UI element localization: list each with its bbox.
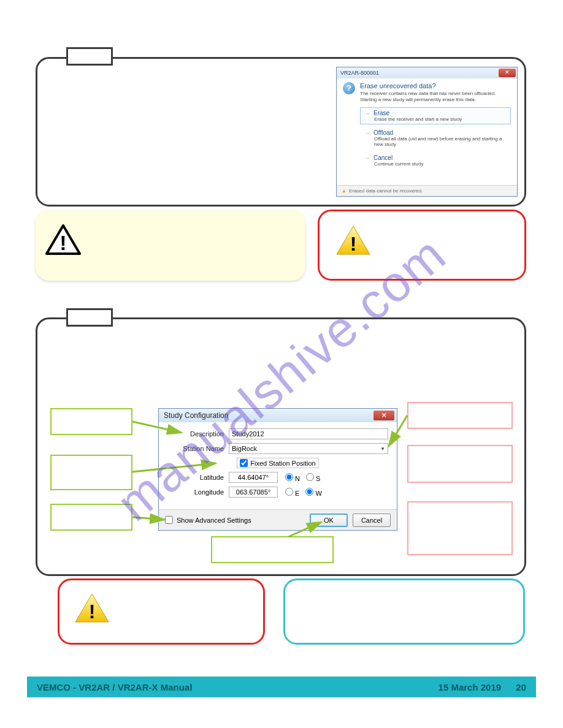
ok-button[interactable]: OK [310, 514, 348, 527]
lat-n-radio[interactable] [285, 473, 293, 481]
callout-pink-1 [407, 402, 513, 429]
arrow-icon: → [364, 110, 370, 116]
erase-question-body: The receiver contains new data that has … [360, 91, 511, 102]
callout-teal-box [283, 578, 525, 645]
warning-triangle-glossy-icon: ! [334, 224, 372, 258]
lon-w-label: W [315, 490, 321, 497]
lat-n-label: N [295, 475, 300, 482]
arrow-icon: → [364, 155, 370, 161]
erase-option-desc: Erase the receiver and start a new study [374, 116, 507, 122]
footer-page-number: 20 [516, 682, 526, 692]
study-config-titlebar: Study Configuration ✕ [159, 409, 397, 422]
callout-pink-2 [407, 445, 513, 483]
footer-title: VEMCO - VR2AR / VR2AR-X Manual [37, 682, 192, 692]
lon-w-radio[interactable] [305, 488, 313, 496]
longitude-input[interactable] [229, 487, 278, 498]
offload-option-title: Offload [373, 129, 393, 136]
close-icon[interactable]: ✕ [373, 411, 394, 420]
erase-option[interactable]: →Erase Erase the receiver and start a ne… [360, 107, 511, 124]
footer-date: 15 March 2019 [439, 682, 502, 692]
cancel-option-desc: Continue current study [374, 161, 507, 167]
latitude-input[interactable] [229, 472, 278, 483]
fixed-position-checkbox[interactable] [240, 459, 248, 467]
study-config-title: Study Configuration [164, 411, 228, 420]
callout-green-3 [50, 504, 132, 531]
erase-dialog-titlebar: VR2AR-800001 ✕ [337, 67, 517, 78]
erase-dialog-title: VR2AR-800001 [340, 70, 379, 76]
svg-text:!: ! [59, 231, 66, 254]
caution-yellow-box: ! [36, 210, 305, 281]
question-icon: ? [343, 82, 355, 94]
description-input[interactable] [229, 428, 388, 439]
callout-green-bottom [211, 536, 334, 563]
cancel-option-title: Cancel [373, 154, 393, 161]
svg-text:!: ! [350, 233, 357, 255]
chevron-down-icon: ▼ [380, 446, 385, 452]
advanced-settings-checkbox[interactable] [165, 516, 173, 524]
fixed-position-label: Fixed Station Position [250, 460, 315, 467]
offload-option-desc: Offload all data (old and new) before er… [374, 136, 507, 147]
offload-option[interactable]: →Offload Offload all data (old and new) … [360, 127, 511, 150]
cancel-option[interactable]: →Cancel Continue current study [360, 152, 511, 169]
erase-footer-text: Erased data cannot be recovered. [349, 188, 423, 194]
lon-e-label: E [295, 490, 299, 497]
latitude-label: Latitude [167, 474, 224, 481]
step-tab-bottom [66, 308, 113, 327]
advanced-settings-label: Show Advanced Settings [177, 517, 251, 524]
lon-e-radio[interactable] [285, 488, 293, 496]
cancel-button[interactable]: Cancel [353, 514, 391, 527]
caution-red-box-bottom: ! [58, 578, 265, 645]
warning-triangle-outline-icon: ! [44, 223, 82, 257]
longitude-label: Longitude [167, 488, 224, 496]
lat-s-radio[interactable] [306, 473, 314, 481]
erase-dialog-footer: ▲Erased data cannot be recovered. [337, 185, 517, 196]
close-icon[interactable]: ✕ [499, 69, 516, 77]
station-name-label: Station Name [167, 445, 224, 452]
lat-s-label: S [316, 475, 320, 482]
caution-red-box-top: ! [318, 210, 526, 281]
callout-green-2 [50, 455, 132, 490]
warning-icon: ▲ [342, 188, 347, 194]
arrow-icon: → [364, 130, 370, 136]
callout-green-1 [50, 408, 132, 435]
step-tab-top [66, 47, 113, 66]
callout-pink-3 [407, 501, 513, 555]
station-name-combo[interactable]: BigRock ▼ [229, 443, 388, 454]
page-footer: VEMCO - VR2AR / VR2AR-X Manual 15 March … [27, 677, 536, 697]
erase-dialog: VR2AR-800001 ✕ ? Erase unrecovered data?… [336, 67, 518, 197]
station-name-value: BigRock [232, 445, 257, 452]
erase-option-title: Erase [373, 110, 389, 116]
svg-text:!: ! [89, 601, 96, 623]
description-label: Description [167, 430, 224, 438]
erase-question-title: Erase unrecovered data? [360, 82, 511, 89]
study-config-dialog: Study Configuration ✕ Description Statio… [158, 408, 397, 531]
warning-triangle-glossy-icon: ! [73, 591, 111, 626]
